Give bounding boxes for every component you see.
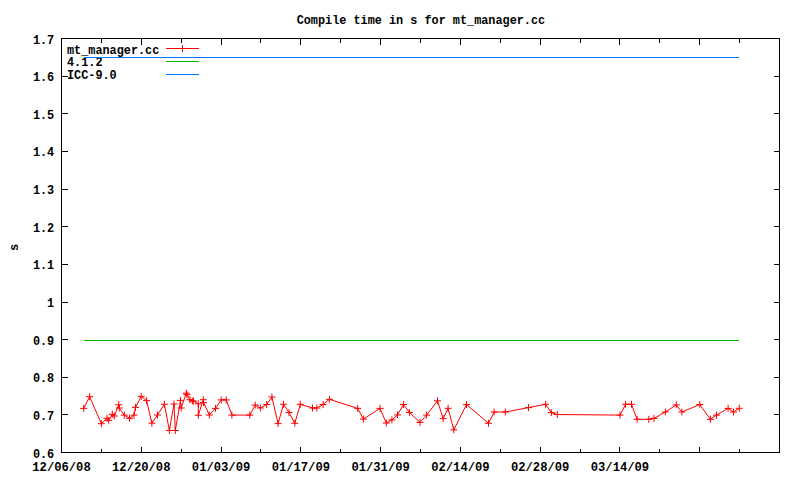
svg-text:01/17/09: 01/17/09 [272,460,330,475]
svg-text:01/03/09: 01/03/09 [192,460,250,475]
svg-text:1: 1 [47,296,54,311]
svg-text:1.1: 1.1 [33,258,54,273]
svg-text:0.9: 0.9 [33,334,54,349]
svg-text:1.4: 1.4 [33,145,54,160]
svg-text:02/28/09: 02/28/09 [511,460,569,475]
svg-text:1.6: 1.6 [33,70,54,85]
svg-text:12/06/08: 12/06/08 [32,460,90,475]
svg-text:12/20/08: 12/20/08 [112,460,170,475]
svg-text:Compile time in s for mt_manag: Compile time in s for mt_manager.cc [297,13,546,28]
svg-text:1.2: 1.2 [33,221,54,236]
svg-text:0.8: 0.8 [33,371,54,386]
svg-text:1.7: 1.7 [33,33,54,48]
svg-text:03/14/09: 03/14/09 [591,460,649,475]
svg-text:s: s [7,244,22,251]
svg-text:1.5: 1.5 [33,108,54,123]
svg-text:01/31/09: 01/31/09 [351,460,409,475]
svg-text:0.6: 0.6 [33,447,54,462]
svg-text:0.7: 0.7 [33,409,54,424]
svg-text:ICC-9.0: ICC-9.0 [67,68,117,83]
svg-text:1.3: 1.3 [33,183,54,198]
svg-text:02/14/09: 02/14/09 [431,460,489,475]
